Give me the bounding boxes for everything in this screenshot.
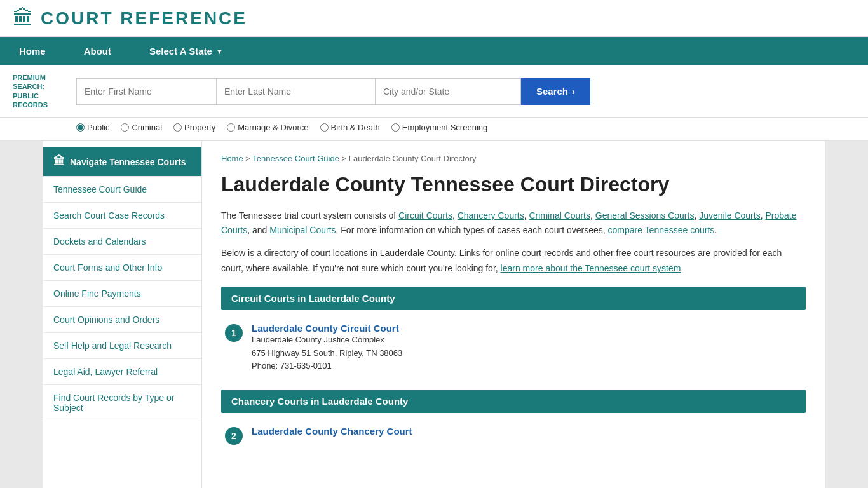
court-icon: 🏛	[53, 155, 65, 168]
breadcrumb-court-guide[interactable]: Tennessee Court Guide	[252, 154, 339, 163]
link-learn-more[interactable]: learn more about the Tennessee court sys…	[501, 263, 681, 273]
radio-criminal[interactable]: Criminal	[121, 123, 162, 132]
radio-birth[interactable]: Birth & Death	[320, 123, 380, 132]
nav-about[interactable]: About	[65, 37, 130, 65]
sidebar-item-court-guide[interactable]: Tennessee Court Guide	[43, 177, 201, 203]
link-chancery-courts[interactable]: Chancery Courts	[458, 210, 524, 220]
radio-employment[interactable]: Employment Screening	[391, 123, 487, 132]
link-circuit-courts[interactable]: Circuit Courts	[398, 210, 452, 220]
sidebar-item-forms[interactable]: Court Forms and Other Info	[43, 255, 201, 281]
site-header: 🏛 COURT REFERENCE	[0, 0, 868, 37]
court-info-2: Lauderdale County Chancery Court	[252, 426, 412, 437]
sidebar-item-case-records[interactable]: Search Court Case Records	[43, 203, 201, 229]
radio-public[interactable]: Public	[76, 123, 109, 132]
nav-home[interactable]: Home	[0, 37, 65, 65]
link-juvenile-courts[interactable]: Juvenile Courts	[699, 210, 761, 220]
court-name-2[interactable]: Lauderdale County Chancery Court	[252, 426, 412, 437]
last-name-input[interactable]	[216, 78, 375, 105]
radio-row: Public Criminal Property Marriage & Divo…	[0, 118, 868, 141]
logo-icon: 🏛	[13, 6, 33, 30]
radio-marriage[interactable]: Marriage & Divorce	[227, 123, 308, 132]
radio-property[interactable]: Property	[173, 123, 215, 132]
city-state-input[interactable]	[375, 78, 521, 105]
breadcrumb: Home > Tennessee Court Guide > Lauderdal…	[221, 154, 806, 163]
court-number-2: 2	[225, 427, 243, 445]
nav-select-state[interactable]: Select A State ▼	[130, 37, 242, 65]
link-compare-courts[interactable]: compare Tennessee courts	[608, 225, 715, 235]
court-entry-2: 2 Lauderdale County Chancery Court	[221, 419, 806, 451]
sidebar-item-fines[interactable]: Online Fine Payments	[43, 281, 201, 307]
intro-paragraph-1: The Tennessee trial court system consist…	[221, 208, 806, 239]
sidebar-item-navigate[interactable]: 🏛 Navigate Tennessee Courts	[43, 147, 201, 177]
premium-label: PREMIUM SEARCH: PUBLIC RECORDS	[13, 73, 70, 109]
breadcrumb-home[interactable]: Home	[221, 154, 243, 163]
court-phone-1: Phone: 731-635-0101	[252, 360, 402, 373]
link-municipal-courts[interactable]: Municipal Courts	[269, 225, 336, 235]
chevron-down-icon: ▼	[216, 48, 223, 55]
breadcrumb-current: Lauderdale County Court Directory	[349, 154, 477, 163]
site-title: COURT REFERENCE	[41, 8, 247, 29]
court-info-1: Lauderdale County Circuit Court Lauderda…	[252, 323, 402, 373]
search-bar: PREMIUM SEARCH: PUBLIC RECORDS Search ›	[0, 65, 868, 118]
court-address-1: 675 Highway 51 South, Ripley, TN 38063	[252, 347, 402, 360]
sidebar-item-self-help[interactable]: Self Help and Legal Research	[43, 333, 201, 359]
sidebar-item-opinions[interactable]: Court Opinions and Orders	[43, 307, 201, 333]
link-criminal-courts[interactable]: Criminal Courts	[529, 210, 590, 220]
sidebar: 🏛 Navigate Tennessee Courts Tennessee Co…	[43, 141, 202, 488]
section-header-chancery: Chancery Courts in Lauderdale County	[221, 390, 806, 413]
page-title: Lauderdale County Tennessee Court Direct…	[221, 172, 806, 196]
navbar: Home About Select A State ▼	[0, 37, 868, 65]
sidebar-item-dockets[interactable]: Dockets and Calendars	[43, 229, 201, 255]
court-number-1: 1	[225, 324, 243, 342]
search-button[interactable]: Search ›	[521, 78, 590, 105]
court-name-1[interactable]: Lauderdale County Circuit Court	[252, 323, 399, 334]
court-entry-1: 1 Lauderdale County Circuit Court Lauder…	[221, 316, 806, 379]
court-location-1: Lauderdale County Justice Complex	[252, 334, 402, 347]
link-general-sessions[interactable]: General Sessions Courts	[595, 210, 695, 220]
section-header-circuit: Circuit Courts in Lauderdale County	[221, 287, 806, 310]
arrow-right-icon: ›	[572, 86, 575, 97]
content-area: Home > Tennessee Court Guide > Lauderdal…	[202, 141, 825, 488]
main-wrapper: 🏛 Navigate Tennessee Courts Tennessee Co…	[43, 141, 825, 488]
intro-paragraph-2: Below is a directory of court locations …	[221, 246, 806, 276]
sidebar-item-find-records[interactable]: Find Court Records by Type or Subject	[43, 385, 201, 421]
sidebar-item-legal-aid[interactable]: Legal Aid, Lawyer Referral	[43, 359, 201, 385]
first-name-input[interactable]	[76, 78, 216, 105]
